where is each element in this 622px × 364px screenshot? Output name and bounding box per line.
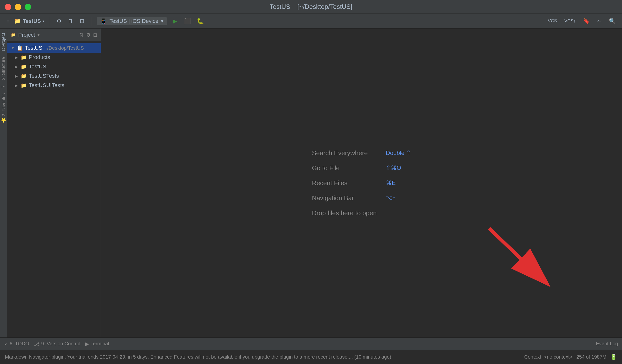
sidebar-tab-structure-7[interactable]: 7 (0, 83, 7, 90)
toolbar-left: ≡ 📁 TestUS › (4, 17, 44, 26)
event-log-label[interactable]: Event Log (596, 341, 618, 346)
sidebar-tab-structure[interactable]: 2: Structure (0, 55, 7, 82)
project-panel-header: 📁 Project ▾ ⇅ ⚙ ⊟ (7, 29, 101, 41)
sidebar-tab-project[interactable]: 1: Project (0, 31, 7, 54)
toolbar-nav: ⚙ ⇅ ⊞ (54, 17, 87, 26)
hint-drop-files: Drop files here to open (312, 209, 411, 217)
editor-hints: Search Everywhere Double ⇧ Go to File ⇧⌘… (312, 149, 411, 217)
toolbar-separator-1 (49, 17, 49, 26)
hint-label-nav: Navigation Bar (312, 194, 381, 202)
hint-label-goto: Go to File (312, 164, 381, 172)
run-button[interactable]: ▶ (170, 16, 180, 26)
hamburger-menu-button[interactable]: ≡ (4, 17, 12, 26)
hint-navigation-bar: Navigation Bar ⌥↑ (312, 194, 411, 202)
tree-item-testusuitests[interactable]: ▶ 📁 TestUSUITests (7, 81, 101, 90)
tree-label-products: Products (29, 54, 50, 60)
tree-root-path: ~/Desktop/TestUS (44, 45, 84, 51)
traffic-lights (5, 4, 31, 10)
memory-label: 254 of 1987M (576, 354, 606, 360)
status-todo[interactable]: ✓ 6: TODO (4, 341, 29, 347)
project-dropdown-arrow[interactable]: ▾ (38, 32, 40, 38)
hint-label-recent: Recent Files (312, 179, 381, 187)
terminal-label: Terminal (90, 341, 109, 346)
title-bar: TestUS – [~/Desktop/TestUS] (0, 0, 622, 14)
window-title: TestUS – [~/Desktop/TestUS] (270, 3, 352, 11)
vcs-button-1[interactable]: VCS (545, 17, 560, 25)
hint-label-drop: Drop files here to open (312, 209, 381, 217)
tree-item-testus[interactable]: ▶ 📁 TestUS (7, 62, 101, 71)
settings-icon[interactable]: ⚙ (54, 17, 64, 26)
main-layout: 1: Project 2: Structure 7 ⭐ 2: Favorites… (0, 29, 622, 337)
folder-icon-products: 📁 (21, 54, 27, 60)
panel-layout-icon[interactable]: ⊟ (93, 32, 97, 38)
tree-item-products[interactable]: ▶ 📁 Products (7, 53, 101, 62)
vcs-icon: ⎇ (34, 341, 40, 347)
debug-button[interactable]: 🐛 (195, 16, 205, 26)
notification-bar: Markdown Navigator plugin: Your trial en… (0, 350, 622, 364)
toolbar-separator-2 (92, 17, 92, 26)
run-config-label: TestUS | iOS Device (109, 18, 158, 24)
folder-icon-testustests: 📁 (21, 73, 27, 79)
maximize-button[interactable] (25, 4, 31, 10)
app-name: TestUS › (23, 18, 44, 24)
hint-key-goto: ⇧⌘O (386, 164, 401, 171)
tree-label-testus: TestUS (29, 63, 46, 70)
vcs-button-2[interactable]: VCS↑ (562, 17, 578, 25)
project-folder-icon: 📁 (11, 33, 16, 37)
folder-icon-testusuitests: 📁 (21, 82, 27, 88)
project-icon: 📁 (14, 18, 21, 24)
tree-root-name: TestUS (25, 45, 42, 51)
panel-settings-icon[interactable]: ⚙ (86, 32, 91, 38)
close-button[interactable] (5, 4, 11, 10)
memory-icon[interactable]: 🔋 (610, 354, 617, 360)
hint-recent-files: Recent Files ⌘E (312, 179, 411, 187)
search-button[interactable]: 🔍 (606, 17, 618, 26)
tree-arrow-products: ▶ (15, 55, 19, 60)
toolbar-right: VCS VCS↑ 🔖 ↩ 🔍 (545, 17, 618, 26)
status-version-control[interactable]: ⎇ 9: Version Control (34, 341, 80, 347)
hint-go-to-file: Go to File ⇧⌘O (312, 164, 411, 172)
notification-text: Markdown Navigator plugin: Your trial en… (5, 354, 519, 360)
todo-label: 6: TODO (10, 341, 29, 346)
toolbar: ≡ 📁 TestUS › ⚙ ⇅ ⊞ 📱 TestUS | iOS Device… (0, 14, 622, 29)
hint-label-search: Search Everywhere (312, 149, 381, 157)
tree-label-testusuitests: TestUSUITests (29, 82, 64, 89)
stop-button[interactable]: ⬛ (183, 16, 193, 26)
hint-key-recent: ⌘E (386, 180, 396, 186)
terminal-icon: ▶ (85, 341, 89, 347)
tree-arrow-testusuitests: ▶ (15, 83, 19, 88)
undo-button[interactable]: ↩ (595, 17, 604, 26)
tree-arrow-testustests: ▶ (15, 74, 19, 78)
tree-label-testustests: TestUSTests (29, 73, 59, 79)
project-tree: ▼ 📋 TestUS ~/Desktop/TestUS ▶ 📁 Products… (7, 41, 101, 337)
run-config-icon: 📱 (100, 18, 107, 24)
context-label: Context: <no context> (524, 354, 572, 360)
editor-area: Search Everywhere Double ⇧ Go to File ⇧⌘… (101, 29, 622, 337)
bookmarks-button[interactable]: 🔖 (581, 17, 592, 26)
sidebar-tab-favorites[interactable]: ⭐ 2: Favorites (0, 91, 7, 126)
run-configuration[interactable]: 📱 TestUS | iOS Device ▾ (97, 17, 167, 25)
tree-arrow-testus: ▶ (15, 64, 19, 69)
tree-root-arrow: ▼ (11, 46, 15, 50)
project-panel: 📁 Project ▾ ⇅ ⚙ ⊟ ▼ 📋 TestUS ~/Desktop/T… (7, 29, 101, 337)
sync-icon[interactable]: ⇅ (66, 17, 75, 26)
project-label: Project (18, 32, 35, 38)
tree-root-icon: 📋 (17, 45, 23, 51)
tree-item-testustests[interactable]: ▶ 📁 TestUSTests (7, 71, 101, 81)
vcs-label: 9: Version Control (41, 341, 80, 346)
tree-root-item[interactable]: ▼ 📋 TestUS ~/Desktop/TestUS (7, 43, 101, 53)
hint-search-everywhere: Search Everywhere Double ⇧ (312, 149, 411, 157)
red-arrow-annotation (479, 218, 558, 293)
hint-key-search: Double ⇧ (386, 149, 411, 156)
todo-icon: ✓ (4, 341, 8, 347)
left-sidebar: 1: Project 2: Structure 7 ⭐ 2: Favorites (0, 29, 7, 337)
hint-key-nav: ⌥↑ (386, 195, 396, 201)
run-config-dropdown[interactable]: ▾ (161, 18, 163, 24)
layout-icon[interactable]: ⊞ (77, 17, 87, 26)
status-terminal[interactable]: ▶ Terminal (85, 341, 109, 347)
notification-right: Context: <no context> 254 of 1987M 🔋 (524, 354, 617, 360)
folder-icon-testus: 📁 (21, 64, 27, 70)
svg-line-1 (489, 228, 546, 282)
minimize-button[interactable] (15, 4, 21, 10)
panel-sync-icon[interactable]: ⇅ (79, 32, 84, 38)
